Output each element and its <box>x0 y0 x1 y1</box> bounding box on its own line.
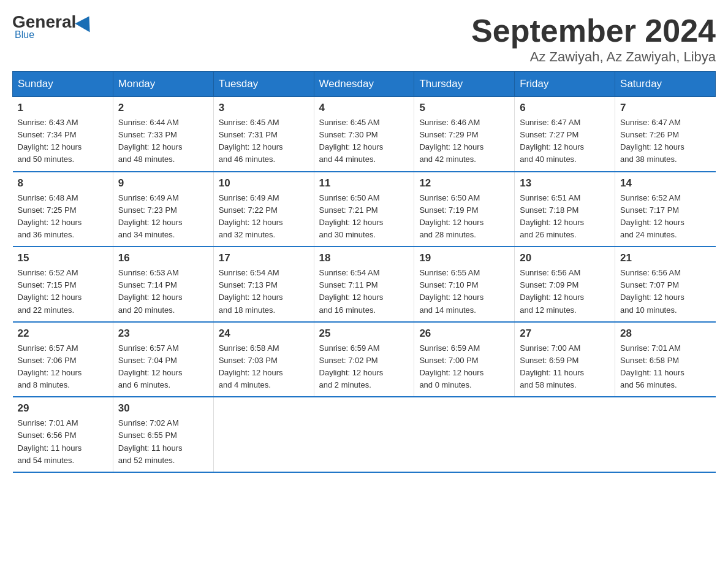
day-cell: 9Sunrise: 6:49 AMSunset: 7:23 PMDaylight… <box>113 172 213 247</box>
day-cell <box>314 397 414 472</box>
day-info: Sunrise: 6:45 AMSunset: 7:31 PMDaylight:… <box>219 117 309 166</box>
day-cell: 17Sunrise: 6:54 AMSunset: 7:13 PMDayligh… <box>213 247 314 322</box>
day-number: 23 <box>118 327 208 340</box>
day-cell <box>515 397 615 472</box>
day-cell <box>615 397 716 472</box>
day-number: 11 <box>319 177 409 190</box>
day-number: 14 <box>620 177 710 190</box>
day-cell: 8Sunrise: 6:48 AMSunset: 7:25 PMDaylight… <box>13 172 113 247</box>
header-monday: Monday <box>113 72 213 97</box>
day-number: 30 <box>118 402 208 415</box>
location-title: Az Zawiyah, Az Zawiyah, Libya <box>471 49 716 65</box>
day-number: 9 <box>118 177 208 190</box>
day-number: 29 <box>18 402 108 415</box>
day-cell: 3Sunrise: 6:45 AMSunset: 7:31 PMDaylight… <box>213 97 314 172</box>
day-cell: 11Sunrise: 6:50 AMSunset: 7:21 PMDayligh… <box>314 172 414 247</box>
day-cell: 27Sunrise: 7:00 AMSunset: 6:59 PMDayligh… <box>515 322 615 397</box>
day-number: 12 <box>419 177 509 190</box>
day-info: Sunrise: 6:54 AMSunset: 7:13 PMDaylight:… <box>219 267 309 316</box>
day-info: Sunrise: 6:56 AMSunset: 7:09 PMDaylight:… <box>520 267 610 316</box>
day-number: 19 <box>419 252 509 264</box>
day-info: Sunrise: 6:54 AMSunset: 7:11 PMDaylight:… <box>319 267 409 316</box>
day-number: 7 <box>620 102 710 114</box>
day-number: 4 <box>319 102 409 114</box>
day-info: Sunrise: 6:48 AMSunset: 7:25 PMDaylight:… <box>18 192 108 242</box>
day-cell: 5Sunrise: 6:46 AMSunset: 7:29 PMDaylight… <box>414 97 515 172</box>
header-tuesday: Tuesday <box>213 72 314 97</box>
header-sunday: Sunday <box>13 72 113 97</box>
logo-blue-text: Blue <box>15 29 34 40</box>
day-info: Sunrise: 7:01 AMSunset: 6:58 PMDaylight:… <box>620 342 710 392</box>
day-number: 26 <box>419 327 509 340</box>
day-info: Sunrise: 6:47 AMSunset: 7:26 PMDaylight:… <box>620 117 710 166</box>
day-cell: 15Sunrise: 6:52 AMSunset: 7:15 PMDayligh… <box>13 247 113 322</box>
day-cell: 28Sunrise: 7:01 AMSunset: 6:58 PMDayligh… <box>615 322 716 397</box>
day-cell: 21Sunrise: 6:56 AMSunset: 7:07 PMDayligh… <box>615 247 716 322</box>
day-cell: 14Sunrise: 6:52 AMSunset: 7:17 PMDayligh… <box>615 172 716 247</box>
day-cell: 25Sunrise: 6:59 AMSunset: 7:02 PMDayligh… <box>314 322 414 397</box>
day-cell: 20Sunrise: 6:56 AMSunset: 7:09 PMDayligh… <box>515 247 615 322</box>
day-number: 6 <box>520 102 610 114</box>
day-number: 10 <box>219 177 309 190</box>
day-info: Sunrise: 6:46 AMSunset: 7:29 PMDaylight:… <box>419 117 509 166</box>
day-info: Sunrise: 6:53 AMSunset: 7:14 PMDaylight:… <box>118 267 208 316</box>
logo-triangle-icon <box>75 12 97 32</box>
day-number: 25 <box>319 327 409 340</box>
day-cell <box>213 397 314 472</box>
month-title: September 2024 <box>471 12 716 49</box>
day-info: Sunrise: 6:59 AMSunset: 7:00 PMDaylight:… <box>419 342 509 392</box>
day-cell: 1Sunrise: 6:43 AMSunset: 7:34 PMDaylight… <box>13 97 113 172</box>
day-number: 18 <box>319 252 409 264</box>
day-number: 24 <box>219 327 309 340</box>
day-number: 2 <box>118 102 208 114</box>
day-cell: 4Sunrise: 6:45 AMSunset: 7:30 PMDaylight… <box>314 97 414 172</box>
day-cell: 13Sunrise: 6:51 AMSunset: 7:18 PMDayligh… <box>515 172 615 247</box>
day-cell: 30Sunrise: 7:02 AMSunset: 6:55 PMDayligh… <box>113 397 213 472</box>
day-number: 15 <box>18 252 108 264</box>
day-info: Sunrise: 6:56 AMSunset: 7:07 PMDaylight:… <box>620 267 710 316</box>
day-info: Sunrise: 6:50 AMSunset: 7:21 PMDaylight:… <box>319 192 409 242</box>
day-cell: 22Sunrise: 6:57 AMSunset: 7:06 PMDayligh… <box>13 322 113 397</box>
week-row-2: 8Sunrise: 6:48 AMSunset: 7:25 PMDaylight… <box>13 172 716 247</box>
week-row-3: 15Sunrise: 6:52 AMSunset: 7:15 PMDayligh… <box>13 247 716 322</box>
day-cell: 29Sunrise: 7:01 AMSunset: 6:56 PMDayligh… <box>13 397 113 472</box>
day-number: 13 <box>520 177 610 190</box>
day-number: 8 <box>18 177 108 190</box>
day-info: Sunrise: 7:01 AMSunset: 6:56 PMDaylight:… <box>18 417 108 467</box>
day-number: 28 <box>620 327 710 340</box>
day-info: Sunrise: 6:52 AMSunset: 7:17 PMDaylight:… <box>620 192 710 242</box>
day-cell: 2Sunrise: 6:44 AMSunset: 7:33 PMDaylight… <box>113 97 213 172</box>
day-cell: 19Sunrise: 6:55 AMSunset: 7:10 PMDayligh… <box>414 247 515 322</box>
day-info: Sunrise: 6:57 AMSunset: 7:04 PMDaylight:… <box>118 342 208 392</box>
day-cell: 7Sunrise: 6:47 AMSunset: 7:26 PMDaylight… <box>615 97 716 172</box>
day-info: Sunrise: 6:50 AMSunset: 7:19 PMDaylight:… <box>419 192 509 242</box>
day-cell: 26Sunrise: 6:59 AMSunset: 7:00 PMDayligh… <box>414 322 515 397</box>
day-number: 17 <box>219 252 309 264</box>
day-cell: 16Sunrise: 6:53 AMSunset: 7:14 PMDayligh… <box>113 247 213 322</box>
day-cell: 12Sunrise: 6:50 AMSunset: 7:19 PMDayligh… <box>414 172 515 247</box>
day-info: Sunrise: 7:02 AMSunset: 6:55 PMDaylight:… <box>118 417 208 467</box>
day-info: Sunrise: 6:51 AMSunset: 7:18 PMDaylight:… <box>520 192 610 242</box>
week-row-5: 29Sunrise: 7:01 AMSunset: 6:56 PMDayligh… <box>13 397 716 472</box>
day-info: Sunrise: 6:59 AMSunset: 7:02 PMDaylight:… <box>319 342 409 392</box>
day-info: Sunrise: 6:49 AMSunset: 7:22 PMDaylight:… <box>219 192 309 242</box>
header-row: SundayMondayTuesdayWednesdayThursdayFrid… <box>13 72 716 97</box>
day-number: 5 <box>419 102 509 114</box>
day-cell: 18Sunrise: 6:54 AMSunset: 7:11 PMDayligh… <box>314 247 414 322</box>
header-friday: Friday <box>515 72 615 97</box>
day-info: Sunrise: 6:47 AMSunset: 7:27 PMDaylight:… <box>520 117 610 166</box>
day-info: Sunrise: 6:58 AMSunset: 7:03 PMDaylight:… <box>219 342 309 392</box>
day-cell <box>414 397 515 472</box>
day-info: Sunrise: 6:44 AMSunset: 7:33 PMDaylight:… <box>118 117 208 166</box>
logo: General Blue <box>12 12 96 40</box>
day-number: 27 <box>520 327 610 340</box>
week-row-4: 22Sunrise: 6:57 AMSunset: 7:06 PMDayligh… <box>13 322 716 397</box>
day-cell: 6Sunrise: 6:47 AMSunset: 7:27 PMDaylight… <box>515 97 615 172</box>
day-cell: 23Sunrise: 6:57 AMSunset: 7:04 PMDayligh… <box>113 322 213 397</box>
day-number: 1 <box>18 102 108 114</box>
header-wednesday: Wednesday <box>314 72 414 97</box>
calendar-table: SundayMondayTuesdayWednesdayThursdayFrid… <box>12 71 716 473</box>
day-info: Sunrise: 6:45 AMSunset: 7:30 PMDaylight:… <box>319 117 409 166</box>
day-info: Sunrise: 6:57 AMSunset: 7:06 PMDaylight:… <box>18 342 108 392</box>
day-number: 3 <box>219 102 309 114</box>
